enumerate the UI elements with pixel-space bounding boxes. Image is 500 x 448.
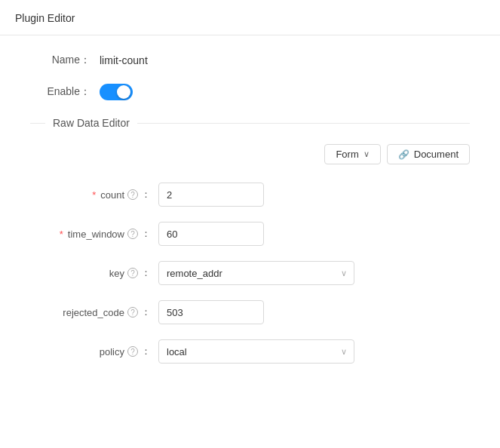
form-button-label: Form — [336, 149, 358, 160]
policy-colon: ： — [141, 345, 151, 358]
page-title: Plugin Editor — [15, 12, 75, 24]
key-label: key ? ： — [45, 266, 151, 280]
count-field-row: * count ? ： — [45, 183, 470, 207]
key-colon: ： — [141, 266, 151, 280]
count-colon: ： — [141, 188, 151, 201]
count-label: * count ? ： — [45, 188, 151, 201]
time-window-colon: ： — [141, 227, 151, 241]
form-button[interactable]: Form ∨ — [324, 144, 380, 164]
time-window-required-star: * — [60, 229, 63, 240]
time-window-label: * time_window ? ： — [45, 227, 151, 241]
section-divider: Raw Data Editor — [30, 117, 470, 129]
policy-field-row: policy ? ： local redis redis-cluster ∨ — [45, 339, 470, 364]
time-window-input[interactable] — [158, 222, 264, 246]
count-help-icon[interactable]: ? — [127, 189, 138, 200]
document-button[interactable]: 🔗 Document — [387, 144, 470, 164]
content-area: Name： limit-count Enable： Raw Data Edito… — [0, 35, 500, 397]
rejected-code-help-icon[interactable]: ? — [127, 307, 138, 318]
key-select[interactable]: remote_addr server_addr http_x_real_ip h… — [158, 261, 354, 285]
count-required-star: * — [92, 189, 96, 201]
enable-toggle[interactable] — [100, 84, 133, 100]
count-label-text: count — [100, 189, 124, 201]
policy-label: policy ? ： — [45, 345, 151, 358]
policy-select[interactable]: local redis redis-cluster — [158, 339, 354, 364]
key-field-row: key ? ： remote_addr server_addr http_x_r… — [45, 261, 470, 285]
enable-label: Enable： — [30, 85, 90, 99]
form-section: * count ? ： * time_window ? ： key ? ： — [30, 183, 470, 364]
name-value: limit-count — [100, 54, 148, 66]
chevron-down-icon: ∨ — [363, 149, 370, 159]
rejected-code-input[interactable] — [158, 300, 264, 324]
rejected-code-field-row: rejected_code ? ： — [45, 300, 470, 324]
key-label-text: key — [109, 268, 124, 279]
key-help-icon[interactable]: ? — [127, 268, 138, 278]
document-button-label: Document — [414, 149, 459, 160]
key-select-wrapper: remote_addr server_addr http_x_real_ip h… — [158, 261, 354, 285]
section-title: Raw Data Editor — [45, 117, 137, 129]
page-header: Plugin Editor — [0, 0, 500, 35]
count-input[interactable] — [158, 183, 264, 207]
rejected-code-label: rejected_code ? ： — [45, 305, 151, 319]
rejected-code-colon: ： — [141, 305, 151, 319]
toolbar: Form ∨ 🔗 Document — [30, 144, 470, 164]
time-window-help-icon[interactable]: ? — [127, 229, 138, 239]
link-icon: 🔗 — [398, 149, 410, 160]
enable-field-row: Enable： — [30, 84, 470, 100]
rejected-code-label-text: rejected_code — [63, 307, 124, 318]
policy-select-wrapper: local redis redis-cluster ∨ — [158, 339, 354, 364]
policy-label-text: policy — [100, 346, 124, 357]
time-window-label-text: time_window — [68, 229, 124, 240]
name-label: Name： — [30, 54, 90, 67]
time-window-field-row: * time_window ? ： — [45, 222, 470, 246]
policy-help-icon[interactable]: ? — [127, 346, 138, 357]
name-field-row: Name： limit-count — [30, 54, 470, 67]
toggle-knob — [117, 85, 130, 99]
